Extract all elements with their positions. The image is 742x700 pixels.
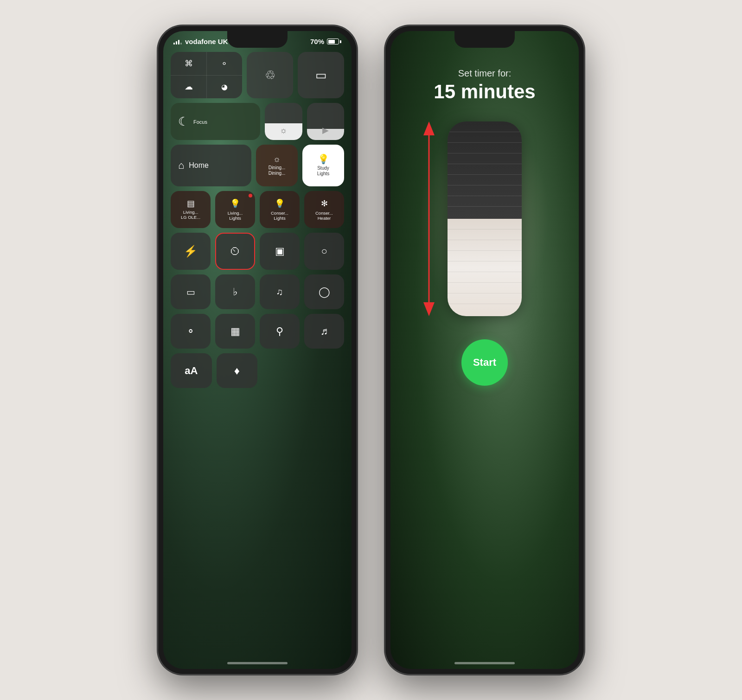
slider-dark-lines <box>448 121 522 219</box>
camera-icon: ○ <box>321 245 327 257</box>
living-tv-label: Living...LG OLE... <box>181 210 200 220</box>
phone1-screen: vodafone UK ⌘ VPN 70% <box>163 31 352 669</box>
text-size-tile[interactable]: aA <box>171 353 212 388</box>
light-line-8 <box>448 304 522 304</box>
wifi-tile[interactable]: ⌘ <box>171 58 206 69</box>
study-lights-label: StudyLights <box>317 165 330 177</box>
dark-line-4 <box>448 164 522 164</box>
magnifier-tile[interactable]: ⚲ <box>260 314 300 349</box>
brightness-tile[interactable]: ☼ <box>265 103 302 140</box>
dining-icon: ☼ <box>273 155 281 163</box>
notes-tile[interactable]: ▦ <box>215 314 255 349</box>
rotate-lock-tile[interactable]: ♲ <box>247 52 293 98</box>
light-line-3 <box>448 250 522 251</box>
conserv-lights-tile[interactable]: 💡 Conser...Lights <box>260 191 300 228</box>
control-center-grid: ⌘ ⚬ ☁ ◕ <box>163 48 352 392</box>
camera-tile[interactable]: ○ <box>304 233 344 270</box>
battery-icon <box>327 38 341 45</box>
slider-light-section <box>448 219 522 316</box>
record-icon: ⚬ <box>186 325 195 337</box>
timer-slider-track[interactable] <box>448 121 522 316</box>
hearing-tile[interactable]: ♬ <box>304 314 344 349</box>
signal-bar-1 <box>173 43 175 45</box>
flashlight-tile[interactable]: ⚡ <box>171 233 211 270</box>
clock-tile[interactable]: ◯ <box>304 274 344 309</box>
accessibility-tile[interactable]: ♭ <box>215 274 255 309</box>
airdrop-icon: ◕ <box>221 83 228 91</box>
accessibility-icon: ♭ <box>233 286 237 298</box>
conserv-heater-icon: ✻ <box>321 198 328 209</box>
tv-icon: ▤ <box>187 199 195 208</box>
calculator-tile[interactable]: ▣ <box>260 233 300 270</box>
soundcheck-tile[interactable]: ♫ <box>260 274 300 309</box>
battery-body <box>327 38 339 45</box>
wifi-icon: ⌘ <box>185 58 193 69</box>
phone2-screen: Set timer for: 15 minutes <box>390 31 579 669</box>
rotate-lock-icon: ♲ <box>265 68 275 83</box>
living-lights-label: Living...Lights <box>228 210 243 221</box>
home-label: Home <box>189 161 209 170</box>
notes-icon: ▦ <box>230 325 240 337</box>
start-button-label: Start <box>473 356 496 369</box>
empty-space <box>262 353 344 388</box>
dark-line-7 <box>448 196 522 196</box>
volume-icon: ▶ <box>322 125 329 135</box>
conn-divider-v <box>206 52 207 98</box>
timer-tile[interactable]: ⏲ <box>215 233 255 270</box>
row-8: aA ♦ <box>171 353 344 388</box>
dark-line-1 <box>448 132 522 132</box>
brightness-icon: ☼ <box>280 126 288 135</box>
shazam-icon: ♦ <box>234 364 240 377</box>
living-lights-tile[interactable]: 💡 Living...Lights <box>215 191 255 228</box>
volume-tile[interactable]: ▶ <box>307 103 345 140</box>
shazam-tile[interactable]: ♦ <box>217 353 258 388</box>
home-bar-2[interactable] <box>454 662 515 664</box>
conserv-heater-label: Conser...Heater <box>315 210 333 221</box>
status-right: 70% <box>310 38 341 45</box>
signal-bar-4 <box>180 43 182 45</box>
study-lights-tile[interactable]: 💡 StudyLights <box>302 145 344 186</box>
timer-screen-bg: Set timer for: 15 minutes <box>390 31 579 669</box>
row-2: ☾ Focus ☼ ▶ <box>171 103 344 140</box>
magnifier-icon: ⚲ <box>276 325 283 337</box>
row-7: ⚬ ▦ ⚲ ♬ <box>171 314 344 349</box>
conserv-heater-tile[interactable]: ✻ Conser...Heater <box>304 191 344 228</box>
connectivity-group-tile[interactable]: ⌘ ⚬ ☁ ◕ <box>171 52 242 98</box>
soundcheck-icon: ♫ <box>276 286 283 297</box>
living-tv-tile[interactable]: ▤ Living...LG OLE... <box>171 191 211 228</box>
airdrop-tile[interactable]: ◕ <box>206 83 242 91</box>
study-bulb-icon: 💡 <box>318 154 329 164</box>
focus-tile[interactable]: ☾ Focus <box>171 103 260 140</box>
light-line-5 <box>448 272 522 272</box>
svg-marker-1 <box>423 121 435 135</box>
row-4: ▤ Living...LG OLE... 💡 Living...Lights 💡… <box>171 191 344 228</box>
remote-tile[interactable]: ▭ <box>171 274 211 309</box>
hearing-icon: ♬ <box>320 325 328 337</box>
dark-line-5 <box>448 174 522 175</box>
home-tile[interactable]: ⌂ Home <box>171 145 251 186</box>
dark-line-3 <box>448 153 522 153</box>
screen-mirror-tile[interactable]: ▭ <box>298 52 344 98</box>
timer-value: 15 minutes <box>434 81 535 103</box>
notch-2 <box>454 31 515 48</box>
moon-icon: ☾ <box>178 115 189 127</box>
focus-label: Focus <box>193 119 207 125</box>
row-1: ⌘ ⚬ ☁ ◕ <box>171 52 344 98</box>
flashlight-icon: ⚡ <box>184 245 198 258</box>
home-bar[interactable] <box>227 662 288 664</box>
battery-fill <box>328 40 335 44</box>
light-line-6 <box>448 282 522 283</box>
screen-record-tile[interactable]: ⚬ <box>171 314 211 349</box>
start-button[interactable]: Start <box>461 339 508 386</box>
text-size-icon: aA <box>185 365 198 377</box>
control-center-bg: vodafone UK ⌘ VPN 70% <box>163 31 352 669</box>
dining-tile[interactable]: ☼ Dining...Dining... <box>256 145 298 186</box>
cellular-tile[interactable]: ☁ <box>171 82 206 92</box>
alert-badge <box>249 194 252 197</box>
calculator-icon: ▣ <box>275 245 285 257</box>
battery-cap <box>340 40 341 43</box>
slider-light-lines <box>448 219 522 316</box>
timer-header: Set timer for: 15 minutes <box>434 68 535 103</box>
bluetooth-tile[interactable]: ⚬ <box>206 58 242 69</box>
light-line-2 <box>448 240 522 240</box>
